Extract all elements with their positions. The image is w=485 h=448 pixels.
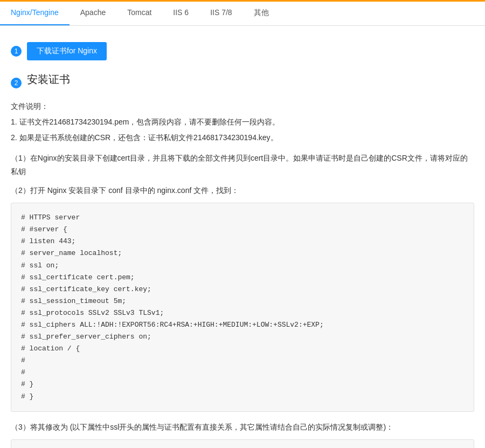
desc-line1: 1. 证书文件214681734230194.pem，包含两段内容，请不要删除任…: [11, 115, 474, 129]
substep3-text: （3）将其修改为 (以下属性中ssl开头的属性与证书配置有直接关系，其它属性请结…: [11, 421, 474, 434]
step2-row: 2 安装证书: [11, 70, 474, 95]
code-block-1: # HTTPS server # #server { # listen 443;…: [11, 203, 474, 412]
step1-badge: 1: [11, 46, 22, 57]
main-content: 1 下载证书for Nginx 2 安装证书 文件说明： 1. 证书文件2146…: [0, 26, 485, 448]
substep2-text: （2）打开 Nginx 安装目录下 conf 目录中的 nginx.conf 文…: [11, 184, 474, 197]
step2-badge: 2: [11, 78, 22, 88]
file-description: 文件说明： 1. 证书文件214681734230194.pem，包含两段内容，…: [11, 100, 474, 145]
tab-iis6[interactable]: IIS 6: [162, 2, 199, 25]
tab-apache[interactable]: Apache: [70, 2, 116, 25]
substep1-text: （1）在Nginx的安装目录下创建cert目录，并且将下载的全部文件拷贝到cer…: [11, 151, 474, 178]
tab-tomcat[interactable]: Tomcat: [116, 2, 162, 25]
desc-header: 文件说明：: [11, 100, 474, 113]
desc-line2: 2. 如果是证书系统创建的CSR，还包含：证书私钥文件2146817342301…: [11, 131, 474, 144]
download-button[interactable]: 下载证书for Nginx: [27, 42, 107, 60]
step1-row: 1 下载证书for Nginx: [11, 42, 474, 60]
tab-iis78[interactable]: IIS 7/8: [199, 2, 242, 25]
tab-nginx[interactable]: Nginx/Tengine: [0, 2, 70, 25]
section-title: 安装证书: [27, 72, 70, 87]
code-block-2: server { listen 443; server_name localho…: [11, 439, 474, 448]
tab-other[interactable]: 其他: [243, 2, 280, 25]
tabs-bar: Nginx/Tengine Apache Tomcat IIS 6 IIS 7/…: [0, 2, 485, 26]
